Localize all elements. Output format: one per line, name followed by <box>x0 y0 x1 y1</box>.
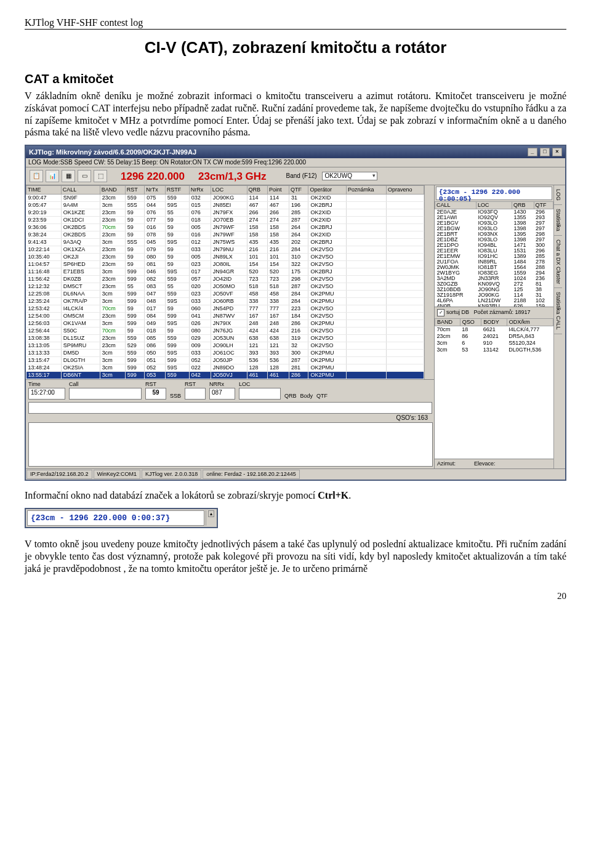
maximize-icon[interactable]: □ <box>540 148 550 156</box>
side-tab[interactable]: Statistika <box>554 205 562 236</box>
toolbar: 📋 📊 ▦ ▭ ⬚ 1296 220.000 23cm/1,3 GHz Band… <box>26 167 565 185</box>
table-row[interactable]: 9:41:439A3AQ3cm55S04559S012JN75WS4354352… <box>26 239 424 246</box>
table-row[interactable]: 13:55:17DB6NT3cm599053559042JO50VJ461461… <box>26 372 424 379</box>
mini-scroll-up[interactable]: ▴ <box>206 510 215 526</box>
table-row[interactable]: 13:08:38DL1SUZ23cm559085559029JO53UN6386… <box>26 335 424 342</box>
mini-info-window: {23cm - 1296 220.000 0:00:37} ▴ <box>25 508 218 528</box>
paragraph-3: V tomto okně jsou uvedeny pouze kmitočty… <box>25 538 566 574</box>
section-heading: CAT a kmitočet <box>25 72 566 86</box>
side-tab[interactable]: Statistika CALL <box>554 288 562 334</box>
table-row[interactable]: 9:20:19OK1KZE23cm5907655076JN79FX2662662… <box>26 209 424 217</box>
elevation-label: Elevace: <box>474 461 496 467</box>
status-cell: online: Ferda2 - 192.168.20.2:12445 <box>203 470 300 479</box>
db-col-header[interactable]: QRB <box>512 202 534 209</box>
log-col-header[interactable]: RSTF <box>165 186 189 195</box>
log-col-header[interactable]: BAND <box>100 186 125 195</box>
band-display: 23cm/1,3 GHz <box>198 171 267 182</box>
entry-area: Time15:27:00 Call RST59 SSB RST NRRx087 … <box>26 379 434 468</box>
rst2-field[interactable] <box>185 388 206 400</box>
statusbar: IP:Ferda2/192.168.20.2WinKey2:COM1KJTlog… <box>26 468 565 480</box>
table-row[interactable]: 9:05:479A4M3cm55S04459S015JN85EI46746719… <box>26 202 424 209</box>
table-row[interactable]: 12:12:32DM5CT23cm5508355020JO50MO5185182… <box>26 283 424 291</box>
table-row[interactable]: 12:54:00OM5CM23cm599084599041JN87WV16716… <box>26 313 424 320</box>
titlebar[interactable]: KJTlog: Mikrovlnný závod/6.6.2009/OK2KJT… <box>26 146 565 158</box>
table-row[interactable]: 11:16:48E71EBS3cm59904659S017JN94GR52052… <box>26 268 424 276</box>
table-row[interactable]: 12:25:08DL6NAA3cm599047559023JO50VF45845… <box>26 291 424 298</box>
up-arrow-icon: ▴ <box>208 510 214 517</box>
lbl-body: Body <box>300 393 313 399</box>
table-row[interactable]: 10:22:14OK1XZA23cm5907959033JN79NU216216… <box>26 246 424 254</box>
band-combo[interactable]: OK2UWQ <box>322 172 377 180</box>
lbl-rst: RST <box>145 382 166 387</box>
chat-area[interactable] <box>28 422 433 467</box>
log-col-header[interactable]: QTF <box>289 186 308 195</box>
lbl-call: Call <box>69 382 142 387</box>
table-row[interactable]: 13:48:24OK2SIA3cm59905259S022JN89DO12812… <box>26 364 424 372</box>
side-tabs[interactable]: LOGStatistikaChat a DX ClusterStatistika… <box>553 185 565 468</box>
loc-field[interactable] <box>239 388 281 400</box>
stat-col-header: BODY <box>481 319 507 326</box>
side-tab[interactable]: Chat a DX Cluster <box>554 236 562 289</box>
time-field[interactable]: 15:27:00 <box>28 388 65 400</box>
table-row[interactable]: 11:04:57SP6HED23cm5908159023JO80IL154154… <box>26 261 424 268</box>
paragraph-2: Informační okno nad databází značek a lo… <box>25 489 566 502</box>
toolbar-btn-1[interactable]: 📋 <box>30 170 43 182</box>
table-row[interactable]: 12:56:44S50C70cm5901859080JN76JG42442421… <box>26 328 424 335</box>
menubar-text: LOG Mode:SSB Speed CW: 55 Delay:15 Beep:… <box>28 159 306 166</box>
note-field[interactable] <box>28 402 432 414</box>
sort-checkbox[interactable]: ✓ <box>437 309 444 316</box>
table-row[interactable]: 12:35:24OK7RA/P3cm59904859S033JO60RB3383… <box>26 298 424 305</box>
db-col-header[interactable]: QTF <box>534 202 553 209</box>
table-row[interactable]: 13:15:47DL0GTH3cm599051599052JO50JP53653… <box>26 357 424 364</box>
lbl-loc: LOC <box>239 382 281 387</box>
log-col-header[interactable]: RST <box>125 186 144 195</box>
minimize-icon[interactable]: _ <box>528 148 537 156</box>
table-row: 70cm186621I4LCK/4,777 <box>435 326 553 334</box>
page-title: CI-V (CAT), zobrazení kmitočtu a rotátor <box>25 38 566 57</box>
log-col-header[interactable]: Opraveno <box>386 186 424 195</box>
db-footer: ✓sortuj DB Počet záznamů: 18917 <box>435 307 553 318</box>
status-cell: IP:Ferda2/192.168.20.2 <box>26 470 92 479</box>
call-field[interactable] <box>69 388 142 400</box>
log-col-header[interactable]: Point <box>268 186 289 195</box>
log-scrollbar[interactable] <box>424 185 434 379</box>
table-row[interactable]: 12:53:42I4LCK/470cm5901759060JN54PD77777… <box>26 305 424 313</box>
toolbar-btn-4[interactable]: ▭ <box>78 170 91 182</box>
table-row[interactable]: 9:36:06OK2BDS70cm5901659005JN79WF1581582… <box>26 224 424 231</box>
log-grid[interactable]: TIMECALLBANDRSTNrTxRSTFNrRxLOCQRBPointQT… <box>26 185 424 379</box>
table-row[interactable]: 11:56:42DK0ZB23cm599082559057JO42ID72372… <box>26 276 424 283</box>
table-row[interactable]: 13:13:33DM5D3cm55905059S033JO61OC3933933… <box>26 350 424 357</box>
table-row[interactable]: 12:56:03OK1VAM3cm59904959S026JN79IX24824… <box>26 320 424 328</box>
rst-field[interactable]: 59 <box>145 388 166 400</box>
log-col-header[interactable]: NrRx <box>189 186 211 195</box>
table-row: 3cm5313142DL0GTH,536 <box>435 347 553 353</box>
toolbar-btn-5[interactable]: ⬚ <box>94 170 107 182</box>
side-tab[interactable]: LOG <box>554 185 562 205</box>
menubar[interactable]: LOG Mode:SSB Speed CW: 55 Delay:15 Beep:… <box>26 158 565 167</box>
table-row[interactable]: 13:13:05SP9MRU23cm529086599009JO90LH1211… <box>26 342 424 350</box>
log-col-header[interactable]: TIME <box>26 186 62 195</box>
frequency-display: 1296 220.000 <box>121 171 185 182</box>
close-icon[interactable]: × <box>552 148 562 156</box>
lbl-nrrx: NRRx <box>209 382 235 387</box>
log-col-header[interactable]: NrTx <box>145 186 166 195</box>
lbl-rst2: RST <box>185 382 206 387</box>
table-row[interactable]: 9:23:59OK1DCI23cm5907759018JO70EB2742742… <box>26 217 424 224</box>
qso-count: QSO's: 163 <box>396 415 428 421</box>
log-col-header[interactable]: Poznámka <box>346 186 386 195</box>
table-row[interactable]: 9:38:24OK2BDS23cm5907859016JN79WF1581582… <box>26 231 424 239</box>
nrrx-field[interactable]: 087 <box>209 388 235 400</box>
table-row: 23cm8624021DR5A,843 <box>435 333 553 340</box>
table-row[interactable]: 9:00:47SN9F23cm559075559032JO90KG1141143… <box>26 195 424 202</box>
log-col-header[interactable]: QRB <box>247 186 268 195</box>
log-col-header[interactable]: Operátor <box>308 186 347 195</box>
toolbar-btn-2[interactable]: 📊 <box>46 170 59 182</box>
db-col-header[interactable]: LOC <box>476 202 512 209</box>
db-col-header[interactable]: CALL <box>435 202 476 209</box>
log-col-header[interactable]: LOC <box>211 186 247 195</box>
window-buttons[interactable]: _ □ × <box>527 148 562 156</box>
log-col-header[interactable]: CALL <box>61 186 100 195</box>
table-row[interactable]: 10:35:40OK2JI23cm5908059005JN89LX1011013… <box>26 254 424 261</box>
toolbar-btn-3[interactable]: ▦ <box>62 170 75 182</box>
db-grid[interactable]: CALLLOCQRBQTF2E0AJEIO93FQ14302962E1AWIIO… <box>435 201 553 307</box>
